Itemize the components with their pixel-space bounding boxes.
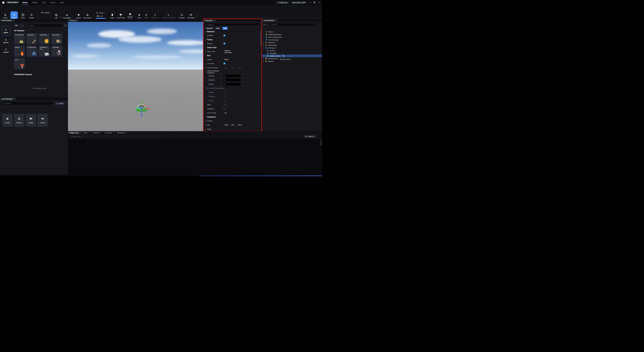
collaborate-button[interactable]: + Collaborate xyxy=(276,1,289,4)
category-tile-environment[interactable]: Environment xyxy=(14,33,25,44)
close-icon[interactable]: × xyxy=(101,132,102,134)
tab-problems[interactable]: Problems× xyxy=(91,131,103,134)
category-tile-etc[interactable]: ETC xyxy=(14,58,25,69)
menu-home[interactable]: Home xyxy=(22,0,28,5)
properties-search[interactable] xyxy=(205,23,260,26)
log-scrollbar[interactable] xyxy=(321,140,322,146)
category-tile-decoration[interactable]: Decoration xyxy=(51,33,62,44)
density-input[interactable] xyxy=(224,75,240,77)
category-tile-ui-elements[interactable]: UI Elements xyxy=(26,46,38,57)
badge-dropdown-icon[interactable]: ▼ xyxy=(18,1,19,3)
com-z-input[interactable] xyxy=(237,66,243,69)
subsection-custom-physical[interactable]: ▼Custom Physical Prop... xyxy=(204,86,262,90)
menu-view[interactable]: View xyxy=(60,0,64,5)
tree-item-spawnlocation[interactable]: SpawnLocation ⊕ xyxy=(262,54,322,57)
asset-manager-search[interactable] xyxy=(2,102,53,105)
menu-model[interactable]: Model xyxy=(32,0,38,5)
custom-density-input[interactable] xyxy=(224,91,240,94)
category-tile-structures[interactable]: Structures xyxy=(26,33,38,44)
elasticity-input[interactable] xyxy=(224,79,240,81)
minimize-button[interactable]: — xyxy=(308,1,312,4)
com-x-input[interactable] xyxy=(224,66,230,69)
log-settings-button[interactable]: ⚙ Settings ∨ xyxy=(304,135,317,138)
viewport-tab[interactable]: Viewport 1 xyxy=(68,19,78,22)
asset-drawer-tab[interactable]: Asset Drawer× xyxy=(0,19,15,22)
restore-button[interactable] xyxy=(313,1,316,4)
size-z-input[interactable] xyxy=(237,124,243,126)
move-gizmo[interactable] xyxy=(134,100,150,117)
anchored-checkbox[interactable]: ✓ xyxy=(224,62,225,64)
asset-manager-search-input[interactable] xyxy=(5,102,52,104)
log-search-input[interactable] xyxy=(73,135,162,137)
close-button[interactable]: × xyxy=(317,1,320,4)
tree-item-serverstorage[interactable]: ServerStorage xyxy=(262,38,322,41)
tab-watch[interactable]: Watch× xyxy=(82,131,91,134)
close-icon[interactable]: × xyxy=(214,20,215,21)
properties-tab[interactable]: Properties× xyxy=(204,19,216,22)
asset-search-input[interactable] xyxy=(29,25,62,26)
asset-manager-tile-model[interactable]: Model xyxy=(2,114,13,127)
tree-item-players[interactable]: Players xyxy=(262,30,322,33)
level-browser-search-input[interactable] xyxy=(272,24,314,26)
friction-input[interactable] xyxy=(224,83,240,85)
subsection-current-physical[interactable]: ▼Current Physical Properties xyxy=(204,70,262,74)
rail-item-store[interactable]: Store xyxy=(2,26,10,35)
tab-call-stack[interactable]: Call Stack× xyxy=(103,131,116,134)
massless-checkbox[interactable] xyxy=(224,108,225,110)
tab-all[interactable]: All xyxy=(222,27,228,30)
asset-search[interactable] xyxy=(26,24,62,27)
properties-scrollbar[interactable] xyxy=(260,31,261,46)
close-icon[interactable]: × xyxy=(14,98,15,100)
properties-search-input[interactable] xyxy=(208,24,259,25)
menu-script[interactable]: Script xyxy=(50,0,55,5)
asset-manager-tile-audios[interactable]: Audios xyxy=(37,114,48,127)
resolution-dropdown-icon[interactable]: ∨ xyxy=(197,15,198,17)
group-button[interactable]: Group∨ xyxy=(96,12,105,14)
close-icon[interactable]: × xyxy=(12,19,14,21)
tree-item-serverscriptservice[interactable]: ServerScriptService xyxy=(262,36,322,38)
tab-output-log[interactable]: Output Log× xyxy=(68,131,82,134)
close-icon[interactable]: × xyxy=(126,132,128,134)
category-tile-animation[interactable]: Animation xyxy=(51,46,62,57)
com-y-input[interactable] xyxy=(230,66,236,69)
collision-toggle[interactable]: Collision xyxy=(41,11,50,14)
asset-manager-tab[interactable]: Asset Manager× xyxy=(0,97,16,100)
enabled-checkbox[interactable]: ✓ xyxy=(224,34,225,36)
tab-breakpoints[interactable]: Breakpoints× xyxy=(116,131,129,134)
add-dropdown-icon[interactable]: ∨ xyxy=(60,16,61,17)
category-tile-gameplay[interactable]: GamePlay ?? xyxy=(39,33,50,44)
tree-item-camera[interactable]: Camera xyxy=(262,49,322,52)
category-tile-templates-kits[interactable]: Templates / Kits xyxy=(39,46,50,57)
category-filter-select[interactable]: All∨ xyxy=(14,24,24,27)
tab-misc[interactable]: Misc xyxy=(215,27,221,30)
rail-item-owned[interactable]: Owned xyxy=(2,48,10,53)
close-icon[interactable]: × xyxy=(89,132,90,134)
close-icon[interactable]: × xyxy=(113,132,114,134)
viewport-3d-scene[interactable] xyxy=(68,22,203,131)
custom-elasticity-input[interactable] xyxy=(224,95,240,98)
tree-item-workspace[interactable]: ▼ Workspace xyxy=(262,46,322,49)
tool-overflow-button[interactable]: ⋮ xyxy=(37,15,40,17)
lock-button[interactable]: Lock xyxy=(97,15,103,17)
section-teams[interactable]: ▼Teams xyxy=(204,38,262,41)
level-browser-search[interactable] xyxy=(268,23,316,26)
asset-import-button[interactable]: Import xyxy=(55,102,65,105)
team-color-dropdown[interactable]: Medium stone grey∨ xyxy=(224,50,236,53)
section-transform[interactable]: ▼Transform xyxy=(204,115,262,119)
custom-friction-input[interactable] xyxy=(224,99,240,102)
log-search[interactable] xyxy=(69,135,162,138)
close-icon[interactable]: × xyxy=(79,132,80,134)
asset-manager-tile-images[interactable]: Images xyxy=(26,114,36,127)
section-team-color[interactable]: ▼Team Color xyxy=(204,46,262,49)
section-part[interactable]: ▼Part xyxy=(204,54,262,57)
close-icon[interactable]: × xyxy=(275,19,276,21)
menu-play[interactable]: Play xyxy=(42,0,46,5)
tab-general[interactable]: General xyxy=(205,27,214,30)
filter-button[interactable] xyxy=(64,24,67,27)
level-browser-tab[interactable]: Level Browser× xyxy=(262,19,278,22)
log-content-area[interactable] xyxy=(68,139,322,175)
category-tile-effects[interactable]: Effects xyxy=(14,46,25,57)
size-x-input[interactable] xyxy=(224,124,230,126)
custom-physical-checkbox[interactable] xyxy=(208,87,208,89)
neutral-checkbox[interactable]: ✓ xyxy=(224,43,225,44)
